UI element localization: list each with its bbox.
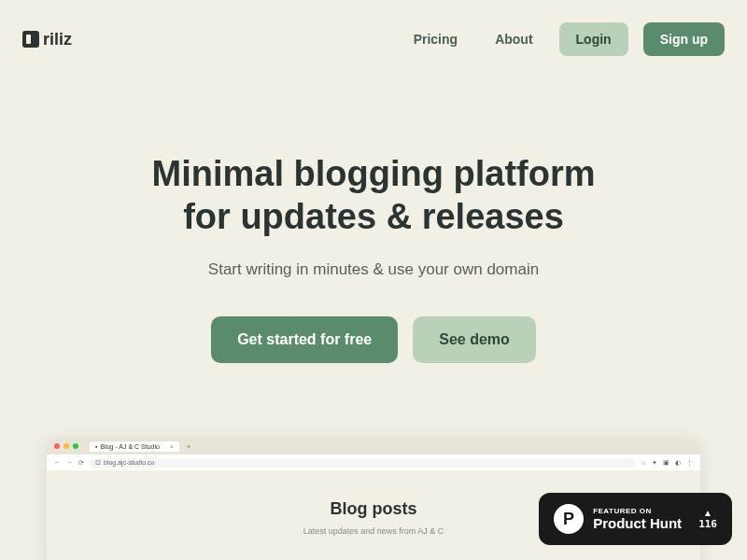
hero-section: Minimal blogging platform for updates & … xyxy=(0,78,747,400)
lock-icon: ⊡ xyxy=(95,459,101,467)
browser-toolbar: ← → ⟳ ⊡ blog.ajc-studio.co ☆ ✦ ▣ ◐ ⋮ xyxy=(47,455,700,471)
close-window-icon xyxy=(54,443,60,449)
back-icon: ← xyxy=(54,459,61,466)
extension-icon: ✦ xyxy=(652,459,657,467)
see-demo-button[interactable]: See demo xyxy=(413,316,536,363)
product-hunt-icon: P xyxy=(554,504,584,534)
upvote-icon: ▲ xyxy=(703,508,712,518)
profile-icon: ◐ xyxy=(675,459,681,467)
hero-title-line1: Minimal blogging platform xyxy=(37,153,710,196)
maximize-window-icon xyxy=(73,443,78,449)
browser-tab: ▪ Blog - AJ & C Studio × xyxy=(90,441,179,452)
star-icon: ☆ xyxy=(641,459,646,467)
nav-about[interactable]: About xyxy=(484,24,543,54)
get-started-button[interactable]: Get started for free xyxy=(211,316,398,363)
login-button[interactable]: Login xyxy=(559,22,628,56)
signup-button[interactable]: Sign up xyxy=(643,22,725,56)
tab-title: Blog - AJ & C Studio xyxy=(100,443,159,450)
product-hunt-upvote: ▲ 116 xyxy=(698,508,717,530)
url-bar: ⊡ blog.ajc-studio.co xyxy=(90,458,635,468)
hero-title: Minimal blogging platform for updates & … xyxy=(37,153,710,238)
product-hunt-text: FEATURED ON Product Hunt xyxy=(593,507,682,531)
product-hunt-featured: FEATURED ON xyxy=(593,507,682,515)
menu-icon: ⋮ xyxy=(686,459,693,467)
nav-pricing[interactable]: Pricing xyxy=(402,24,469,54)
window-controls xyxy=(54,443,78,449)
browser-tab-bar: ▪ Blog - AJ & C Studio × + xyxy=(47,438,700,455)
logo-text: riliz xyxy=(43,30,72,49)
browser-action-icons: ☆ ✦ ▣ ◐ ⋮ xyxy=(641,459,693,467)
forward-icon: → xyxy=(66,459,73,466)
reload-icon: ⟳ xyxy=(78,459,84,467)
url-text: blog.ajc-studio.co xyxy=(104,459,154,466)
upvote-count: 116 xyxy=(698,518,717,530)
logo-icon xyxy=(22,31,39,48)
hero-subtitle: Start writing in minutes & use your own … xyxy=(37,260,710,279)
main-nav: Pricing About Login Sign up xyxy=(402,22,725,56)
tab-close-icon: × xyxy=(170,443,174,450)
tab-favicon: ▪ xyxy=(95,443,97,450)
logo[interactable]: riliz xyxy=(22,30,72,49)
app-icon: ▣ xyxy=(663,459,669,467)
new-tab-icon: + xyxy=(183,441,194,452)
product-hunt-badge[interactable]: P FEATURED ON Product Hunt ▲ 116 xyxy=(539,493,732,545)
product-hunt-name: Product Hunt xyxy=(593,515,682,531)
hero-title-line2: for updates & releases xyxy=(37,196,710,239)
minimize-window-icon xyxy=(63,443,69,449)
hero-buttons: Get started for free See demo xyxy=(37,316,710,363)
